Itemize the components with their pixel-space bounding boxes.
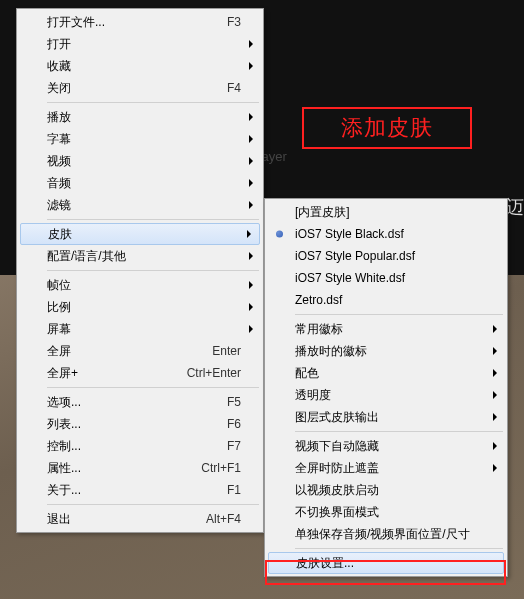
menu-item[interactable]: 属性...Ctrl+F1	[19, 457, 261, 479]
annotation-text: 添加皮肤	[341, 113, 433, 143]
menu-item[interactable]: 列表...F6	[19, 413, 261, 435]
menu-item[interactable]: 音频	[19, 172, 261, 194]
submenu-arrow-icon	[247, 230, 251, 238]
menu-item-label: 滤镜	[47, 197, 241, 214]
menu-item[interactable]: 不切换界面模式	[267, 501, 505, 523]
annotation-add-skin: 添加皮肤	[302, 107, 472, 149]
submenu-arrow-icon	[249, 62, 253, 70]
menu-item[interactable]: 选项...F5	[19, 391, 261, 413]
menu-item-label: 视频	[47, 153, 241, 170]
menu-item[interactable]: 打开文件...F3	[19, 11, 261, 33]
menu-item-shortcut: F6	[227, 417, 241, 431]
menu-item[interactable]: 字幕	[19, 128, 261, 150]
menu-item[interactable]: 收藏	[19, 55, 261, 77]
submenu-arrow-icon	[493, 325, 497, 333]
menu-item-label: 音频	[47, 175, 241, 192]
menu-item[interactable]: Zetro.dsf	[267, 289, 505, 311]
menu-item[interactable]: [内置皮肤]	[267, 201, 505, 223]
submenu-arrow-icon	[493, 464, 497, 472]
submenu-arrow-icon	[249, 40, 253, 48]
menu-item-label: 透明度	[295, 387, 485, 404]
menu-item[interactable]: 打开	[19, 33, 261, 55]
menu-item-label: 控制...	[47, 438, 217, 455]
menu-item[interactable]: 关于...F1	[19, 479, 261, 501]
menu-item[interactable]: 帧位	[19, 274, 261, 296]
menu-separator	[47, 219, 259, 220]
menu-item-label: 关于...	[47, 482, 217, 499]
menu-item[interactable]: 视频下自动隐藏	[267, 435, 505, 457]
menu-item[interactable]: 透明度	[267, 384, 505, 406]
submenu-arrow-icon	[249, 281, 253, 289]
submenu-arrow-icon	[493, 442, 497, 450]
menu-item[interactable]: iOS7 Style Popular.dsf	[267, 245, 505, 267]
submenu-arrow-icon	[249, 325, 253, 333]
menu-item-label: 单独保存音频/视频界面位置/尺寸	[295, 526, 485, 543]
menu-item-shortcut: F4	[227, 81, 241, 95]
menu-item-label: 皮肤设置...	[296, 555, 484, 572]
menu-item[interactable]: 皮肤	[20, 223, 260, 245]
menu-item[interactable]: 配置/语言/其他	[19, 245, 261, 267]
menu-item-label: 图层式皮肤输出	[295, 409, 485, 426]
menu-item-label: 配置/语言/其他	[47, 248, 241, 265]
menu-item[interactable]: 控制...F7	[19, 435, 261, 457]
menu-item-label: 不切换界面模式	[295, 504, 485, 521]
menu-item[interactable]: 播放时的徽标	[267, 340, 505, 362]
menu-item-label: iOS7 Style Black.dsf	[295, 227, 485, 241]
menu-item[interactable]: 关闭F4	[19, 77, 261, 99]
menu-item[interactable]: 常用徽标	[267, 318, 505, 340]
menu-item-label: 比例	[47, 299, 241, 316]
menu-item-label: 列表...	[47, 416, 217, 433]
menu-item-label: Zetro.dsf	[295, 293, 485, 307]
menu-item-label: 皮肤	[48, 226, 240, 243]
menu-item-label: 关闭	[47, 80, 217, 97]
submenu-arrow-icon	[249, 113, 253, 121]
menu-item[interactable]: iOS7 Style Black.dsf	[267, 223, 505, 245]
menu-item-shortcut: F1	[227, 483, 241, 497]
menu-separator	[47, 504, 259, 505]
menu-item-label: iOS7 Style White.dsf	[295, 271, 485, 285]
menu-separator	[47, 102, 259, 103]
menu-item-label: 字幕	[47, 131, 241, 148]
menu-item[interactable]: 播放	[19, 106, 261, 128]
menu-item[interactable]: iOS7 Style White.dsf	[267, 267, 505, 289]
submenu-arrow-icon	[493, 391, 497, 399]
submenu-arrow-icon	[493, 347, 497, 355]
menu-item[interactable]: 全屏时防止遮盖	[267, 457, 505, 479]
submenu-arrow-icon	[249, 303, 253, 311]
menu-item-shortcut: F7	[227, 439, 241, 453]
menu-item[interactable]: 比例	[19, 296, 261, 318]
menu-item-label: 属性...	[47, 460, 191, 477]
menu-item[interactable]: 单独保存音频/视频界面位置/尺寸	[267, 523, 505, 545]
menu-item[interactable]: 视频	[19, 150, 261, 172]
menu-item[interactable]: 全屏+Ctrl+Enter	[19, 362, 261, 384]
menu-item-label: 打开	[47, 36, 241, 53]
main-context-menu[interactable]: 打开文件...F3打开收藏关闭F4播放字幕视频音频滤镜皮肤配置/语言/其他帧位比…	[16, 8, 264, 533]
menu-item-shortcut: Alt+F4	[206, 512, 241, 526]
menu-item[interactable]: 配色	[267, 362, 505, 384]
menu-item[interactable]: 退出Alt+F4	[19, 508, 261, 530]
menu-item-label: 全屏时防止遮盖	[295, 460, 485, 477]
menu-separator	[47, 270, 259, 271]
menu-item[interactable]: 图层式皮肤输出	[267, 406, 505, 428]
menu-item[interactable]: 滤镜	[19, 194, 261, 216]
menu-item[interactable]: 屏幕	[19, 318, 261, 340]
menu-item-label: [内置皮肤]	[295, 204, 485, 221]
submenu-arrow-icon	[493, 413, 497, 421]
menu-item[interactable]: 皮肤设置...	[268, 552, 504, 574]
menu-item-label: 帧位	[47, 277, 241, 294]
menu-item-label: 打开文件...	[47, 14, 217, 31]
menu-item-label: 选项...	[47, 394, 217, 411]
menu-separator	[47, 387, 259, 388]
menu-item-label: iOS7 Style Popular.dsf	[295, 249, 485, 263]
menu-item-label: 以视频皮肤启动	[295, 482, 485, 499]
menu-item-label: 全屏+	[47, 365, 177, 382]
side-text: 迈	[506, 195, 524, 219]
menu-item[interactable]: 以视频皮肤启动	[267, 479, 505, 501]
menu-item-label: 收藏	[47, 58, 241, 75]
menu-separator	[295, 314, 503, 315]
skin-submenu[interactable]: [内置皮肤]iOS7 Style Black.dsfiOS7 Style Pop…	[264, 198, 508, 577]
submenu-arrow-icon	[493, 369, 497, 377]
menu-item-label: 配色	[295, 365, 485, 382]
menu-separator	[295, 431, 503, 432]
menu-item[interactable]: 全屏Enter	[19, 340, 261, 362]
